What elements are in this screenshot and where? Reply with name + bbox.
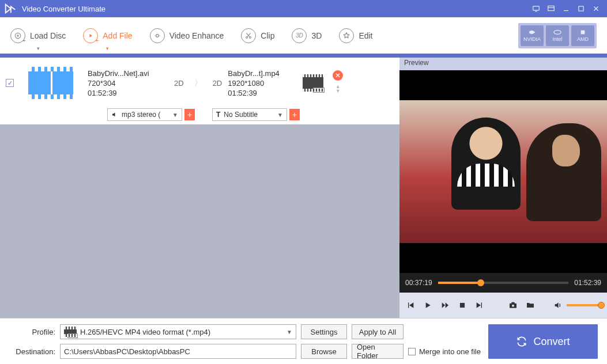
svg-point-6: [246, 36, 248, 38]
clip-button[interactable]: Clip: [241, 28, 274, 43]
open-folder-label: Open Folder: [357, 343, 398, 360]
main-area: ✓ BabyDriv...Net].avi 720*304 01:52:39 2…: [0, 58, 607, 318]
svg-rect-2: [579, 6, 583, 11]
source-filename: BabyDriv...Net].avi: [88, 69, 168, 78]
gpu-chips: NVIDIA Intel AMD: [518, 23, 597, 48]
star-icon: [339, 28, 354, 43]
seek-knob[interactable]: [477, 279, 484, 286]
profile-label: Profile:: [32, 328, 55, 336]
gpu-intel: Intel: [546, 25, 569, 46]
audio-track-select[interactable]: mp3 stereo ( ▼: [107, 108, 182, 121]
chevron-down-icon: ▾: [106, 46, 109, 51]
next-button[interactable]: [474, 300, 485, 310]
profile-select[interactable]: MP4 H.265/HEVC MP4 video format (*.mp4) …: [60, 324, 296, 339]
merge-label: Merge into one file: [419, 347, 481, 356]
source-info: BabyDriv...Net].avi 720*304 01:52:39: [88, 69, 168, 97]
chevron-down-icon: ▼: [172, 112, 178, 118]
convert-label: Convert: [533, 336, 570, 348]
chevron-down-icon: ▾: [37, 46, 40, 51]
load-disc-button[interactable]: + Load Disc ▾: [10, 28, 66, 43]
three-d-icon: 3D: [292, 28, 307, 43]
chevron-down-icon: ▼: [286, 329, 292, 335]
clip-label: Clip: [261, 31, 274, 40]
format-icon[interactable]: MP4: [303, 74, 323, 92]
seek-track[interactable]: [438, 282, 569, 284]
snapshot-button[interactable]: [508, 300, 518, 310]
edit-button[interactable]: Edit: [339, 28, 372, 43]
volume-icon[interactable]: [553, 300, 563, 310]
browse-button[interactable]: Browse: [301, 344, 347, 359]
app-logo-icon: [3, 2, 16, 15]
dest-filename: BabyDr...t].mp4: [228, 69, 297, 78]
snapshot-folder-button[interactable]: [525, 300, 536, 310]
dest-duration: 01:52:39: [228, 89, 297, 97]
prev-button[interactable]: [405, 300, 416, 310]
svg-rect-9: [581, 31, 585, 35]
browse-label: Browse: [311, 347, 336, 356]
feedback-icon[interactable]: [529, 2, 544, 15]
main-toolbar: + Load Disc ▾ + Add File ▾ Video Enhance…: [0, 17, 607, 54]
edit-label: Edit: [359, 31, 372, 40]
video-canvas[interactable]: [399, 70, 607, 273]
dest-info: BabyDr...t].mp4 1920*1080 01:52:39: [228, 69, 297, 97]
app-title: Video Converter Ultimate: [22, 5, 105, 13]
stop-button[interactable]: [457, 300, 467, 310]
volume-track[interactable]: [567, 304, 601, 306]
seek-bar: 00:37:19 01:52:39: [399, 273, 607, 293]
speaker-icon: [111, 111, 118, 118]
svg-point-3: [15, 33, 20, 38]
gpu-nvidia: NVIDIA: [521, 25, 544, 46]
settings-button[interactable]: Settings: [301, 324, 347, 339]
source-duration: 01:52:39: [88, 89, 168, 97]
apply-to-all-button[interactable]: Apply to All: [352, 324, 404, 339]
merge-checkbox[interactable]: [408, 348, 416, 355]
svg-point-8: [554, 31, 561, 35]
add-file-button[interactable]: + Add File ▾: [83, 28, 132, 43]
profile-format-icon: MP4: [64, 327, 77, 337]
play-button[interactable]: [423, 300, 433, 310]
subtitle-select[interactable]: T No Subtitle ▼: [212, 108, 287, 121]
remove-row-button[interactable]: ✕: [333, 70, 343, 81]
destination-field[interactable]: C:\Users\AbbasPC\Desktop\AbbasPC: [60, 344, 296, 359]
file-list-panel: ✓ BabyDriv...Net].avi 720*304 01:52:39 2…: [0, 58, 399, 318]
video-enhance-button[interactable]: Video Enhance: [150, 28, 224, 43]
dest-mode: 2D: [213, 79, 223, 88]
svg-rect-1: [548, 6, 555, 10]
add-audio-button[interactable]: +: [184, 109, 195, 120]
chevron-down-icon: ▼: [277, 112, 283, 118]
volume-knob[interactable]: [598, 302, 605, 309]
playback-controls: [399, 293, 607, 318]
svg-point-7: [250, 36, 251, 38]
add-file-label: Add File: [103, 31, 132, 40]
open-folder-button[interactable]: Open Folder: [352, 344, 404, 359]
load-disc-label: Load Disc: [30, 31, 66, 40]
maximize-icon[interactable]: [574, 2, 589, 15]
svg-point-12: [512, 305, 514, 307]
settings-icon[interactable]: [544, 2, 559, 15]
convert-button[interactable]: Convert: [488, 324, 598, 359]
svg-point-5: [156, 34, 159, 37]
svg-rect-0: [533, 6, 540, 10]
gpu-nvidia-label: NVIDIA: [523, 36, 541, 42]
subtitle-label: No Subtitle: [224, 111, 258, 119]
format-tag: MP4: [313, 88, 325, 93]
reorder-arrows[interactable]: ▲▼: [334, 84, 342, 96]
settings-label: Settings: [311, 328, 338, 336]
merge-checkbox-group: Merge into one file: [408, 347, 484, 356]
text-icon: T: [216, 111, 220, 119]
add-subtitle-button[interactable]: +: [289, 109, 300, 120]
gpu-amd: AMD: [571, 25, 594, 46]
svg-point-4: [17, 35, 18, 36]
film-icon: [28, 67, 73, 99]
add-file-icon: +: [83, 28, 98, 43]
total-time: 01:52:39: [574, 279, 601, 287]
row-checkbox[interactable]: ✓: [6, 79, 14, 87]
preview-panel: Preview 00:37:19 01:52:39: [399, 58, 607, 318]
minimize-icon[interactable]: [559, 2, 574, 15]
three-d-label: 3D: [311, 31, 322, 40]
fast-forward-button[interactable]: [440, 300, 450, 310]
chevron-right-icon: 〉: [194, 78, 202, 88]
close-icon[interactable]: [589, 2, 604, 15]
three-d-button[interactable]: 3D 3D: [292, 28, 322, 43]
title-bar: Video Converter Ultimate: [0, 0, 607, 17]
